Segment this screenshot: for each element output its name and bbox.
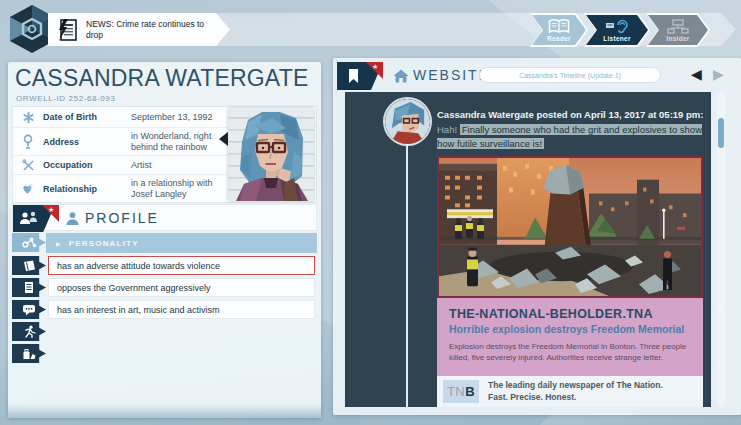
article-site-link[interactable]: THE-NATIONAL-BEHOLDER.TNA [449, 307, 691, 321]
ear-icon [604, 19, 630, 34]
datachunk-highlight[interactable]: Finally someone who had the grit and exp… [437, 124, 702, 149]
newspaper-tagline: The leading daily newspaper of The Natio… [488, 380, 663, 404]
panel-bottom-fade [8, 404, 321, 418]
article-link-card: THE-NATIONAL-BEHOLDER.TNA Horrible explo… [437, 156, 703, 407]
post-body: Hah! Finally someone who had the grit an… [437, 123, 711, 151]
notepad-icon [23, 281, 35, 294]
tab-insider-label: Insider [666, 35, 689, 42]
webpage-content: Cassandra Watergate posted on April 13, … [345, 92, 711, 407]
home-icon [393, 69, 409, 83]
tnb-logo: TNB [443, 380, 479, 403]
timeline-line [406, 144, 408, 407]
trait-item[interactable]: has an adverse attitude towards violence [48, 256, 315, 275]
subject-name: CASSANDRA WATERGATE [15, 65, 308, 92]
news-ticker-text: NEWS: Crime rate continues to drop [86, 19, 212, 40]
belongings-icon [22, 348, 36, 360]
trait-category-tile-notes[interactable] [12, 278, 46, 297]
orwell-id: ORWELL-ID 252-68-093 [16, 94, 115, 103]
person-icon [65, 211, 80, 226]
website-alert-badge: ★ [366, 62, 383, 79]
trait-category-tile-belongings[interactable] [12, 344, 46, 363]
profile-alert-badge: ★ [42, 205, 59, 222]
asterisk-icon [22, 111, 35, 124]
url-text: Cassandra's Timeline (Update 1) [519, 72, 621, 79]
scrollbar-thumb[interactable] [718, 118, 724, 148]
news-icon [56, 18, 80, 42]
profile-header: ★ PROFILE [12, 204, 317, 231]
molecule-icon [21, 236, 38, 249]
nav-forward-arrow-icon[interactable]: ▶ [713, 66, 724, 82]
article-preview: THE-NATIONAL-BEHOLDER.TNA Horrible explo… [437, 298, 703, 376]
chevron-right-icon: ▶ [56, 240, 61, 247]
portrait-prev-arrow-icon[interactable] [219, 132, 228, 146]
personality-category-tile[interactable] [12, 233, 46, 252]
book-icon [548, 19, 570, 34]
scrollbar-track[interactable] [717, 92, 725, 407]
tab-reader-label: Reader [547, 35, 571, 42]
people-icon [19, 211, 39, 226]
runner-icon [23, 325, 36, 338]
article-headline: Horrible explosion destroys Freedom Memo… [449, 323, 691, 335]
speech-bubble-icon [22, 304, 36, 316]
trait-category-tile-activities[interactable] [12, 322, 46, 341]
url-bar[interactable]: Cassandra's Timeline (Update 1) [479, 67, 661, 83]
trait-item[interactable]: opposes the Government aggressively [48, 278, 315, 297]
tools-icon [22, 159, 35, 172]
trait-category-tile-book[interactable] [12, 256, 46, 275]
article-summary: Explosion destroys the Freedom Memorial … [449, 341, 691, 363]
trait-category-tile-speech[interactable] [12, 300, 46, 319]
article-footer: TNB The leading daily newspaper of The N… [437, 376, 703, 407]
personality-section-label: PERSONALITY [69, 239, 139, 248]
post-header: Cassandra Watergate posted on April 13, … [437, 109, 709, 120]
post-plain-text: Hah! [437, 124, 460, 135]
subject-portrait [228, 108, 314, 201]
tab-listener-label: Listener [603, 35, 631, 42]
nav-back-arrow-icon[interactable]: ◀ [691, 66, 702, 82]
book-icon [22, 260, 37, 272]
news-ticker[interactable]: NEWS: Crime rate continues to drop [48, 13, 230, 46]
personality-section-row[interactable]: ▶ PERSONALITY [46, 233, 317, 253]
network-icon [667, 19, 689, 34]
location-pin-icon [22, 134, 34, 149]
trait-item[interactable]: has an interest in art, music and activi… [48, 300, 315, 319]
website-panel: ★ WEBSITE Cassandra's Timeline (Update 1… [333, 58, 741, 415]
profile-title: PROFILE [85, 210, 159, 226]
article-image [437, 156, 703, 298]
poster-avatar [385, 99, 430, 144]
subject-panel: CASSANDRA WATERGATE ORWELL-ID 252-68-093… [8, 62, 321, 418]
bookmark-icon [347, 68, 360, 84]
heart-icon [21, 183, 35, 195]
